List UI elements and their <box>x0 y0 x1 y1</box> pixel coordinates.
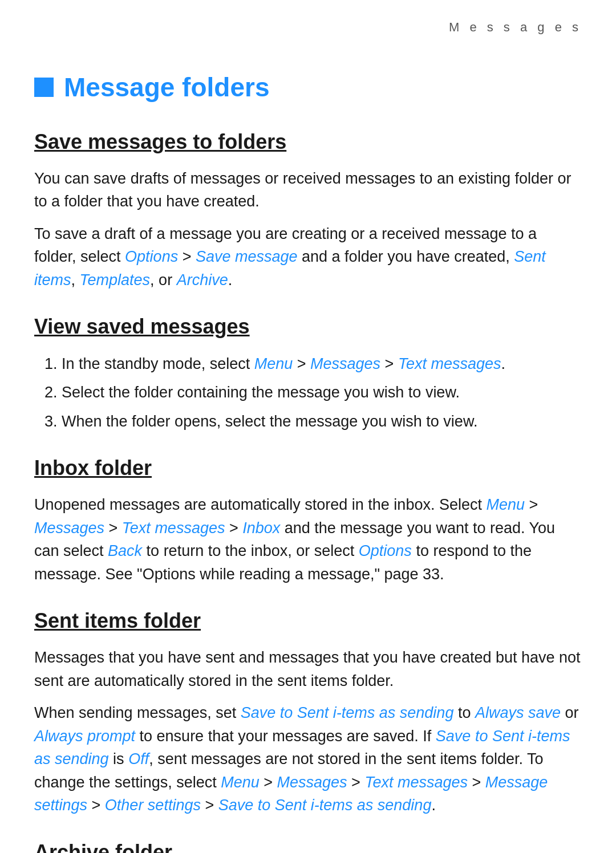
section-sent-items: Sent items folder Messages that you have… <box>34 606 582 817</box>
sent-items-p1: Messages that you have sent and messages… <box>34 646 582 692</box>
link-save-to-sent-1: Save to Sent i-tems as sending <box>241 704 454 721</box>
list-item-2: Select the folder containing the message… <box>62 381 582 404</box>
link-messages-1: Messages <box>310 355 380 372</box>
list-item-1: In the standby mode, select Menu > Messa… <box>62 352 582 376</box>
link-text-messages-3: Text messages <box>364 774 468 791</box>
link-text-messages-1: Text messages <box>398 355 501 372</box>
link-back: Back <box>108 542 142 559</box>
heading-inbox-folder: Inbox folder <box>34 453 582 483</box>
main-title-block: Message folders <box>34 68 582 107</box>
main-heading: Message folders <box>64 68 269 107</box>
link-always-prompt: Always prompt <box>34 728 135 745</box>
link-templates-1: Templates <box>80 271 151 289</box>
section-inbox-folder: Inbox folder Unopened messages are autom… <box>34 453 582 586</box>
link-menu-3: Menu <box>221 774 260 791</box>
link-always-save: Always save <box>475 704 561 721</box>
section-view-saved: View saved messages In the standby mode,… <box>34 312 582 433</box>
page-content: Message folders Save messages to folders… <box>0 23 616 853</box>
save-messages-p1: You can save drafts of messages or recei… <box>34 167 582 213</box>
heading-sent-items: Sent items folder <box>34 606 582 636</box>
heading-save-messages: Save messages to folders <box>34 127 582 157</box>
link-other-settings: Other settings <box>105 797 201 814</box>
view-saved-list: In the standby mode, select Menu > Messa… <box>34 352 582 433</box>
link-inbox: Inbox <box>242 519 280 537</box>
section-save-messages: Save messages to folders You can save dr… <box>34 127 582 292</box>
link-menu-1: Menu <box>254 355 293 372</box>
section-archive-folder: Archive folder Store messages that have … <box>34 838 582 853</box>
link-save-message: Save message <box>196 248 298 265</box>
link-off: Off <box>128 750 149 767</box>
inbox-p1: Unopened messages are automatically stor… <box>34 493 582 586</box>
save-messages-p2: To save a draft of a message you are cre… <box>34 222 582 292</box>
heading-archive-folder: Archive folder <box>34 838 582 853</box>
blue-square-icon <box>34 78 54 97</box>
page-header: M e s s a g e s <box>449 18 582 36</box>
link-text-messages-2: Text messages <box>122 519 225 537</box>
list-item-3: When the folder opens, select the messag… <box>62 410 582 433</box>
link-save-to-sent-3: Save to Sent i-tems as sending <box>218 797 432 814</box>
link-options-1: Options <box>125 248 178 265</box>
link-options-2: Options <box>359 542 412 559</box>
sent-items-p2: When sending messages, set Save to Sent … <box>34 701 582 817</box>
link-archive-1: Archive <box>177 271 228 289</box>
link-messages-3: Messages <box>277 774 347 791</box>
link-messages-2: Messages <box>34 519 104 537</box>
heading-view-saved: View saved messages <box>34 312 582 342</box>
link-menu-2: Menu <box>486 496 525 513</box>
